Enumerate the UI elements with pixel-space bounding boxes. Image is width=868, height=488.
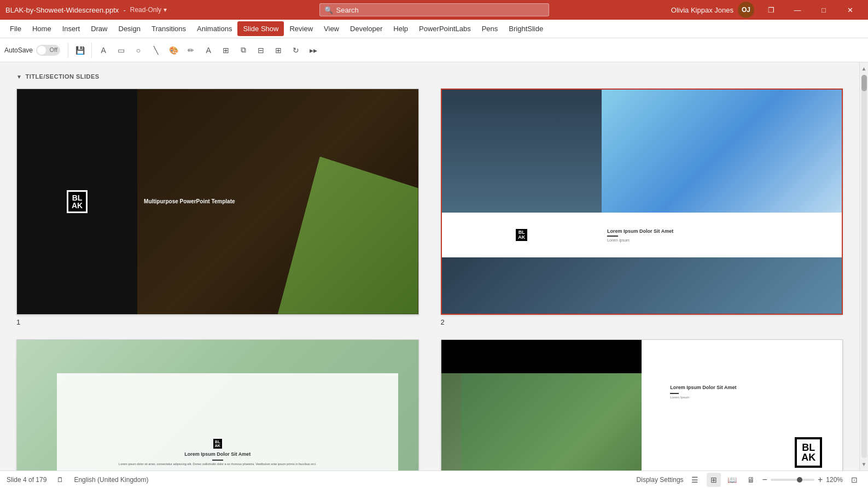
scroll-up-button[interactable]: ▲ (859, 63, 868, 74)
main-content: ▼ TITLE/SECTION SLIDES BLAK M (0, 62, 868, 471)
menu-powerpointlabs[interactable]: PowerPointLabs (413, 21, 476, 36)
slide2-divider (607, 236, 618, 237)
title-separator: - (123, 6, 125, 14)
list-item: BLAK Multipurpose PowerPoint Template 1 (16, 89, 419, 326)
search-placeholder: Search (336, 6, 359, 14)
menu-review[interactable]: Review (284, 21, 318, 36)
menu-help[interactable]: Help (388, 21, 413, 36)
menu-animations[interactable]: Animations (191, 21, 237, 36)
outline-button[interactable]: ✏ (183, 42, 199, 58)
vertical-scrollbar[interactable]: ▲ ▼ (859, 62, 868, 471)
zoom-out-button[interactable]: − (762, 475, 767, 485)
blak-logo-2: BLAK (515, 228, 528, 242)
list-item: BLAK Lorem Ipsum Dolor Sit Amet Lorem Ip… (441, 89, 843, 326)
group-button[interactable]: ⊞ (218, 42, 234, 58)
readonly-dropdown-icon[interactable]: ▾ (164, 6, 167, 14)
menu-file[interactable]: File (4, 21, 27, 36)
slide4-divider (670, 393, 679, 394)
menu-insert[interactable]: Insert (57, 21, 86, 36)
list-item: BLAK Lorem Ipsum Dolor Sit Amet Lorem ip… (16, 339, 419, 471)
avatar: OJ (738, 2, 754, 18)
oval-button[interactable]: ○ (130, 42, 147, 58)
slide-sorter-button[interactable]: ⊞ (707, 473, 721, 487)
scroll-down-button[interactable]: ▼ (859, 459, 868, 469)
save-button[interactable]: 💾 (72, 42, 88, 58)
slide2-title: Lorem Ipsum Dolor Sit Amet (607, 228, 836, 234)
slide3-title: Lorem Ipsum Dolor Sit Amet (184, 451, 251, 458)
restore-window-button[interactable]: ❐ (759, 0, 784, 20)
readonly-badge: Read-Only ▾ (130, 6, 167, 14)
line-button[interactable]: ╲ (148, 42, 164, 58)
menu-brightslide[interactable]: BrightSlide (503, 21, 549, 36)
autosave-section: AutoSave Off (4, 45, 60, 56)
more-options-button[interactable]: ▸▸ (305, 42, 322, 58)
rotate-button[interactable]: ↻ (288, 42, 304, 58)
text-box-button[interactable]: A (95, 42, 112, 58)
display-settings-button[interactable]: Display Settings (637, 476, 684, 484)
rectangle-button[interactable]: ▭ (113, 42, 129, 58)
filename: BLAK-by-Showeet-Widescreen.pptx (5, 6, 119, 14)
fit-to-window-button[interactable]: ⊡ (847, 473, 861, 487)
scrollbar-track[interactable] (861, 75, 867, 458)
slide-number-2: 2 (441, 318, 843, 326)
slide4-subtitle: Lorem Ipsum (670, 396, 830, 399)
zoom-slider-thumb (797, 477, 802, 483)
minimize-window-button[interactable]: — (785, 0, 810, 20)
fill-color-button[interactable]: 🎨 (165, 42, 182, 58)
slide4-title: Lorem Ipsum Dolor Sit Amet (670, 385, 830, 391)
zoom-slider[interactable] (771, 479, 814, 481)
slides-grid: BLAK Multipurpose PowerPoint Template 1 (16, 89, 843, 471)
menu-view[interactable]: View (318, 21, 345, 36)
zoom-controls: − + 120% (762, 475, 843, 485)
front-back-button[interactable]: ⧉ (235, 42, 252, 58)
title-bar: BLAK-by-Showeet-Widescreen.pptx - Read-O… (0, 0, 868, 20)
scrollbar-thumb[interactable] (861, 75, 867, 91)
maximize-window-button[interactable]: □ (811, 0, 836, 20)
normal-view-button[interactable]: ☰ (688, 473, 702, 487)
slide-thumbnail-3[interactable]: BLAK Lorem Ipsum Dolor Sit Amet Lorem ip… (16, 339, 419, 471)
language-indicator: English (United Kingdom) (74, 476, 148, 484)
menu-home[interactable]: Home (27, 21, 57, 36)
readonly-label: Read-Only (130, 6, 161, 14)
close-window-button[interactable]: ✕ (837, 0, 863, 20)
search-icon: 🔍 (324, 6, 333, 14)
menu-transitions[interactable]: Transitions (146, 21, 191, 36)
presenter-view-button[interactable]: 🖥 (744, 473, 758, 487)
font-color-button[interactable]: A (200, 42, 217, 58)
menu-pens[interactable]: Pens (476, 21, 504, 36)
menu-bar: File Home Insert Draw Design Transitions… (0, 20, 868, 38)
toggle-state: Off (50, 46, 57, 53)
zoom-level: 120% (826, 476, 843, 484)
menu-slideshow[interactable]: Slide Show (237, 21, 284, 36)
reading-view-button[interactable]: 📖 (725, 473, 739, 487)
slide2-subtitle: Lorem Ipsum (607, 238, 836, 242)
title-bar-right: Olivia Kippax Jones OJ ❐ — □ ✕ (549, 0, 863, 20)
slide-thumbnail-2[interactable]: BLAK Lorem Ipsum Dolor Sit Amet Lorem Ip… (441, 89, 843, 315)
menu-draw[interactable]: Draw (85, 21, 113, 36)
align-button[interactable]: ⊟ (253, 42, 269, 58)
distribute-button[interactable]: ⊞ (270, 42, 287, 58)
slide-thumbnail-1[interactable]: BLAK Multipurpose PowerPoint Template (16, 89, 419, 315)
autosave-toggle[interactable]: Off (36, 45, 60, 56)
menu-design[interactable]: Design (113, 21, 146, 36)
window-controls: ❐ — □ ✕ (759, 0, 863, 20)
section-collapse-icon[interactable]: ▼ (16, 74, 22, 80)
autosave-label: AutoSave (4, 46, 33, 54)
notes-button[interactable]: 🗒 (53, 473, 67, 487)
menu-developer[interactable]: Developer (345, 21, 388, 36)
status-left: Slide 4 of 179 🗒 English (United Kingdom… (7, 473, 628, 487)
slide-number-1: 1 (16, 318, 419, 326)
slide-thumbnail-4[interactable]: BLAK Lorem Ipsum Dolor Sit Amet Lorem Ip… (441, 339, 843, 471)
status-right: Display Settings ☰ ⊞ 📖 🖥 − + 120% ⊡ (637, 473, 861, 487)
status-bar: Slide 4 of 179 🗒 English (United Kingdom… (0, 471, 868, 488)
toolbar-separator-1 (68, 43, 68, 58)
zoom-in-button[interactable]: + (818, 475, 823, 485)
slide-info: Slide 4 of 179 (7, 476, 46, 484)
blak-logo-4: BLAK (795, 437, 822, 468)
toolbar-separator-2 (91, 43, 92, 58)
title-bar-left: BLAK-by-Showeet-Widescreen.pptx - Read-O… (5, 6, 319, 14)
blak-logo-3: BLAK (213, 438, 223, 449)
toggle-knob (37, 46, 46, 55)
slide1-title: Multipurpose PowerPoint Template (144, 198, 411, 205)
search-box[interactable]: 🔍 Search (319, 3, 549, 16)
